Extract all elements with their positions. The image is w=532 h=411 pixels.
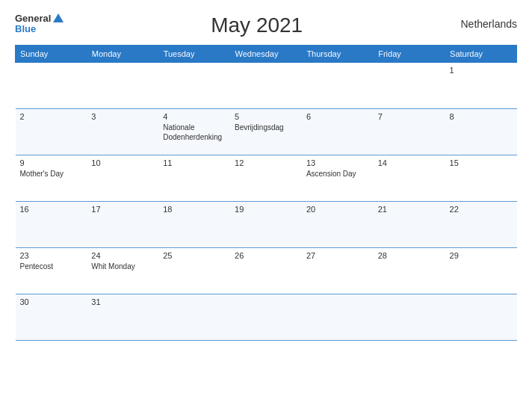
day-number: 4 xyxy=(163,112,226,121)
col-thursday: Thursday xyxy=(302,46,374,63)
day-number: 3 xyxy=(91,112,154,121)
day-number: 5 xyxy=(235,112,297,121)
weekday-header-row: Sunday Monday Tuesday Wednesday Thursday… xyxy=(16,46,517,63)
day-number: 16 xyxy=(20,205,83,214)
calendar-week-row: 9Mother's Day10111213Ascension Day1415 xyxy=(16,155,517,202)
day-number: 11 xyxy=(163,158,226,167)
day-number: 23 xyxy=(20,251,83,260)
col-monday: Monday xyxy=(87,46,158,63)
calendar-cell: 30 xyxy=(16,294,87,341)
day-number: 30 xyxy=(20,297,83,306)
day-number: 2 xyxy=(20,112,83,121)
header: General Blue May 2021 Netherlands xyxy=(15,13,517,37)
calendar-cell xyxy=(374,63,445,109)
calendar-cell: 19 xyxy=(230,202,302,248)
calendar-cell xyxy=(16,63,87,109)
logo-general-text: General xyxy=(15,13,64,24)
calendar-cell: 29 xyxy=(445,248,517,294)
calendar-cell: 28 xyxy=(374,248,445,294)
calendar-week-row: 23Pentecost24Whit Monday2526272829 xyxy=(16,248,517,294)
calendar-event: Nationale Dodenherdenking xyxy=(163,123,226,142)
calendar-cell: 31 xyxy=(87,294,158,341)
col-saturday: Saturday xyxy=(445,46,517,63)
day-number: 12 xyxy=(235,158,297,167)
day-number: 21 xyxy=(378,205,441,214)
calendar-week-row: 234Nationale Dodenherdenking5Bevrijdings… xyxy=(16,109,517,155)
day-number: 1 xyxy=(450,66,513,75)
calendar-week-row: 1 xyxy=(16,63,517,109)
calendar-cell: 21 xyxy=(374,202,445,248)
calendar-cell: 26 xyxy=(230,248,302,294)
calendar-cell: 16 xyxy=(16,202,87,248)
day-number: 25 xyxy=(163,251,226,260)
calendar-cell: 12 xyxy=(230,155,302,202)
calendar-header: Sunday Monday Tuesday Wednesday Thursday… xyxy=(16,46,517,63)
calendar-cell: 8 xyxy=(445,109,517,155)
calendar-cell: 9Mother's Day xyxy=(16,155,87,202)
calendar-week-row: 3031 xyxy=(16,294,517,341)
calendar-cell: 1 xyxy=(445,63,517,109)
day-number: 20 xyxy=(306,205,369,214)
logo-blue-text: Blue xyxy=(15,24,36,34)
calendar-event: Pentecost xyxy=(20,262,83,271)
calendar-cell xyxy=(230,63,302,109)
col-sunday: Sunday xyxy=(16,46,87,63)
calendar-event: Bevrijdingsdag xyxy=(235,123,297,132)
calendar-cell: 13Ascension Day xyxy=(302,155,374,202)
calendar-cell: 22 xyxy=(445,202,517,248)
day-number: 31 xyxy=(91,297,154,306)
day-number: 6 xyxy=(306,112,369,121)
day-number: 8 xyxy=(450,112,513,121)
calendar-cell: 5Bevrijdingsdag xyxy=(230,109,302,155)
calendar-cell: 3 xyxy=(87,109,158,155)
calendar-cell: 20 xyxy=(302,202,374,248)
day-number: 13 xyxy=(306,158,369,167)
day-number: 18 xyxy=(163,205,226,214)
logo: General Blue xyxy=(15,13,64,34)
calendar-cell xyxy=(158,294,230,341)
day-number: 7 xyxy=(378,112,441,121)
calendar-cell xyxy=(230,294,302,341)
calendar-cell xyxy=(302,294,374,341)
calendar-cell: 2 xyxy=(16,109,87,155)
day-number: 9 xyxy=(20,158,83,167)
calendar-cell: 15 xyxy=(445,155,517,202)
day-number: 17 xyxy=(91,205,154,214)
calendar-body: 1234Nationale Dodenherdenking5Bevrijding… xyxy=(16,63,517,341)
day-number: 27 xyxy=(306,251,369,260)
calendar-event: Mother's Day xyxy=(20,169,83,179)
calendar-cell: 6 xyxy=(302,109,374,155)
day-number: 10 xyxy=(91,158,154,167)
calendar-cell xyxy=(158,63,230,109)
col-friday: Friday xyxy=(374,46,445,63)
day-number: 15 xyxy=(450,158,513,167)
calendar-cell: 27 xyxy=(302,248,374,294)
calendar-cell: 18 xyxy=(158,202,230,248)
calendar-cell: 4Nationale Dodenherdenking xyxy=(158,109,230,155)
calendar-cell xyxy=(302,63,374,109)
calendar-page: General Blue May 2021 Netherlands Sunday… xyxy=(0,0,532,411)
calendar-week-row: 16171819202122 xyxy=(16,202,517,248)
calendar-cell xyxy=(445,294,517,341)
calendar-cell: 23Pentecost xyxy=(16,248,87,294)
day-number: 28 xyxy=(378,251,441,260)
day-number: 24 xyxy=(91,251,154,260)
calendar-cell: 17 xyxy=(87,202,158,248)
col-wednesday: Wednesday xyxy=(230,46,302,63)
col-tuesday: Tuesday xyxy=(158,46,230,63)
calendar-cell: 25 xyxy=(158,248,230,294)
day-number: 29 xyxy=(450,251,513,260)
calendar-table: Sunday Monday Tuesday Wednesday Thursday… xyxy=(15,45,517,341)
day-number: 22 xyxy=(450,205,513,214)
day-number: 19 xyxy=(235,205,297,214)
logo-triangle-icon xyxy=(53,13,64,22)
calendar-cell: 14 xyxy=(374,155,445,202)
calendar-event: Ascension Day xyxy=(306,169,369,179)
day-number: 14 xyxy=(378,158,441,167)
calendar-cell: 10 xyxy=(87,155,158,202)
calendar-cell xyxy=(374,294,445,341)
calendar-cell: 11 xyxy=(158,155,230,202)
calendar-cell: 7 xyxy=(374,109,445,155)
country-label: Netherlands xyxy=(450,18,517,30)
calendar-title: May 2021 xyxy=(64,13,450,37)
